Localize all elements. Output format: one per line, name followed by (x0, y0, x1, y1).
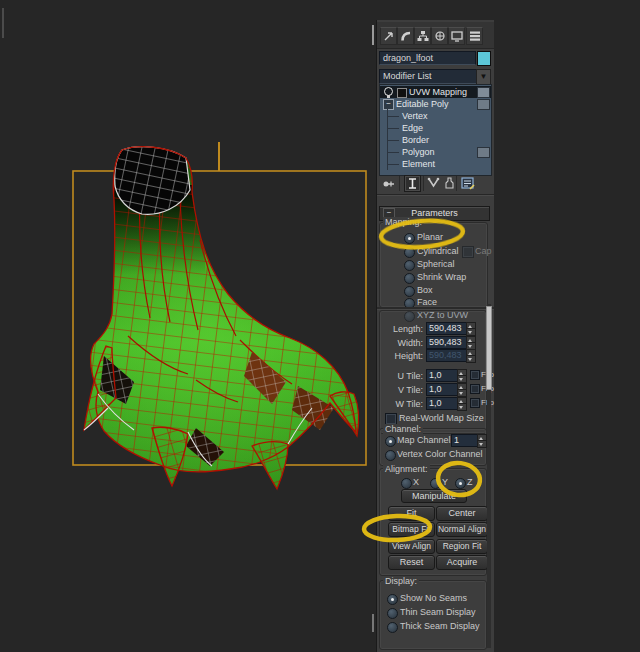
ankle-opening (115, 147, 190, 215)
vertex-color-channel-radio[interactable] (385, 450, 396, 461)
show-no-seams-label[interactable]: Show No Seams (400, 593, 467, 603)
spherical-radio[interactable] (404, 260, 415, 271)
thick-seam-display-label[interactable]: Thick Seam Display (400, 621, 480, 631)
command-panel-tabs (377, 22, 494, 49)
motion-tab-icon[interactable] (431, 27, 448, 45)
create-tab-icon[interactable] (380, 27, 397, 45)
viewport[interactable] (0, 0, 376, 652)
fit-button[interactable]: Fit (388, 506, 435, 521)
cylindrical-radio[interactable] (404, 247, 415, 258)
command-panel: dragon_lfoot Modifier List ▼ UVW Mapping… (376, 20, 494, 652)
v-flip-checkbox[interactable] (470, 384, 480, 394)
cap-label: Cap (475, 246, 492, 256)
map-channel-spinner[interactable] (477, 434, 486, 447)
modifier-icon (397, 88, 407, 98)
vertex-color-channel-label: Vertex Color Channel (397, 449, 483, 459)
align-x-label[interactable]: X (413, 477, 419, 487)
object-color-swatch[interactable] (477, 51, 491, 66)
length-field[interactable]: 590,483 (426, 322, 468, 335)
cap-checkbox[interactable] (462, 246, 474, 258)
w-tile-spinner[interactable] (457, 397, 466, 410)
center-button[interactable]: Center (436, 506, 488, 521)
mapping-group-label: Mapping: (383, 217, 424, 227)
u-tile-field[interactable]: 1,0 (426, 369, 459, 382)
stack-item-label: Editable Poly (396, 98, 449, 110)
height-label: Height: (379, 351, 423, 361)
stack-item-button[interactable] (477, 87, 490, 98)
shrink-wrap-radio[interactable] (404, 273, 415, 284)
reset-button[interactable]: Reset (388, 555, 435, 570)
stack-item-editable-poly[interactable]: − Editable Poly (380, 98, 491, 110)
align-y-label[interactable]: Y (442, 477, 448, 487)
remove-modifier-icon[interactable] (442, 176, 457, 191)
manipulate-button[interactable]: Manipulate (401, 489, 467, 503)
align-y-radio[interactable] (430, 478, 441, 489)
height-spinner[interactable] (466, 349, 475, 362)
thin-seam-display-radio[interactable] (387, 608, 398, 619)
cylindrical-label[interactable]: Cylindrical (417, 246, 459, 256)
display-tab-icon[interactable] (448, 27, 465, 45)
thick-seam-display-radio[interactable] (387, 622, 398, 633)
viewport-edge-mark (2, 8, 4, 38)
face-label[interactable]: Face (417, 297, 437, 307)
planar-radio[interactable] (404, 233, 415, 244)
stack-item-label: UVW Mapping (409, 86, 467, 98)
v-tile-field[interactable]: 1,0 (426, 383, 459, 396)
collapse-expander-icon[interactable]: − (383, 99, 394, 110)
box-radio[interactable] (404, 286, 415, 297)
spherical-label[interactable]: Spherical (417, 259, 455, 269)
length-spinner[interactable] (466, 322, 475, 335)
align-x-radio[interactable] (401, 478, 412, 489)
object-name-field[interactable]: dragon_lfoot (379, 51, 476, 65)
width-spinner[interactable] (466, 336, 475, 349)
v-tile-label: V Tile: (379, 385, 423, 395)
align-z-radio[interactable] (455, 478, 466, 489)
xyz-to-uvw-label[interactable]: XYZ to UVW (417, 310, 468, 320)
map-channel-radio[interactable] (385, 436, 396, 447)
v-tile-spinner[interactable] (457, 383, 466, 396)
modify-tab-icon[interactable] (397, 27, 414, 45)
stack-subobject-border[interactable]: Border (380, 134, 491, 146)
stack-subobject-polygon[interactable]: Polygon (380, 146, 491, 158)
length-label: Length: (379, 324, 423, 334)
pin-stack-icon[interactable] (381, 176, 396, 191)
view-align-button[interactable]: View Align (388, 539, 435, 554)
stack-item-button[interactable] (477, 147, 490, 158)
hierarchy-tab-icon[interactable] (414, 27, 431, 45)
stack-subobject-vertex[interactable]: Vertex (380, 110, 491, 122)
modifier-onoff-bulb-icon[interactable] (384, 87, 393, 96)
width-label: Width: (379, 338, 423, 348)
stack-subobject-element[interactable]: Element (380, 158, 491, 170)
height-field[interactable]: 590,483 (426, 349, 468, 362)
rollout-scrollbar-thumb[interactable] (486, 306, 492, 390)
planar-label[interactable]: Planar (417, 232, 443, 242)
width-field[interactable]: 590,483 (426, 336, 468, 349)
stack-item-button[interactable] (477, 99, 490, 110)
display-group-label: Display: (383, 576, 419, 586)
stack-subobject-edge[interactable]: Edge (380, 122, 491, 134)
u-flip-checkbox[interactable] (470, 370, 480, 380)
modifier-list-dropdown[interactable]: Modifier List (379, 69, 477, 84)
shrink-wrap-label[interactable]: Shrink Wrap (417, 272, 466, 282)
w-flip-checkbox[interactable] (470, 398, 480, 408)
u-tile-spinner[interactable] (457, 369, 466, 382)
box-label[interactable]: Box (417, 285, 433, 295)
acquire-button[interactable]: Acquire (436, 555, 488, 570)
real-world-map-size-label: Real-World Map Size (399, 413, 484, 423)
make-unique-icon[interactable] (426, 176, 441, 191)
normal-align-button[interactable]: Normal Align (436, 522, 488, 537)
bitmap-fit-button[interactable]: Bitmap Fit (388, 522, 435, 537)
show-end-result-icon[interactable] (404, 175, 421, 192)
show-no-seams-radio[interactable] (387, 594, 398, 605)
region-fit-button[interactable]: Region Fit (436, 539, 488, 554)
configure-modifier-sets-icon[interactable] (460, 176, 475, 191)
utilities-tab-icon[interactable] (466, 27, 483, 45)
w-tile-field[interactable]: 1,0 (426, 397, 459, 410)
xyz-to-uvw-radio[interactable] (404, 311, 415, 322)
panel-scrollbar-thumb-bottom[interactable] (372, 614, 374, 632)
thin-seam-display-label[interactable]: Thin Seam Display (400, 607, 476, 617)
align-z-label[interactable]: Z (467, 477, 473, 487)
stack-item-uvw-mapping[interactable]: UVW Mapping (380, 86, 491, 98)
panel-scrollbar-thumb-top[interactable] (372, 25, 374, 45)
dragon-foot-mesh[interactable] (60, 140, 370, 500)
